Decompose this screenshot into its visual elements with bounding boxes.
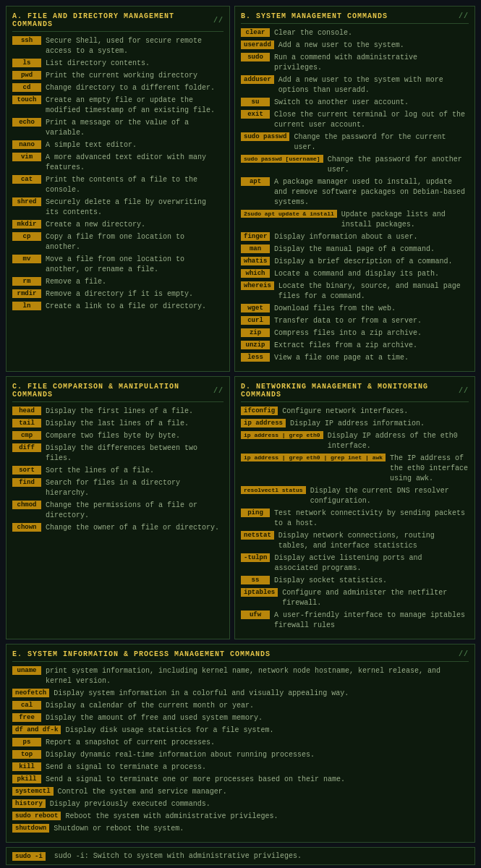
list-item: wgetDownload files from the web. xyxy=(241,304,469,314)
command-badge: useradd xyxy=(241,41,274,49)
command-badge: su xyxy=(241,98,270,106)
command-badge: tail xyxy=(12,419,41,427)
list-item: curlTransfer data to or from a server. xyxy=(241,316,469,326)
command-description: Create a new directory. xyxy=(46,220,145,230)
command-badge: neofetch xyxy=(12,689,49,697)
list-item: suSwitch to another user account. xyxy=(241,98,469,108)
panel-b-commands: clearClear the console.useraddAdd a new … xyxy=(241,28,469,363)
list-item: clearClear the console. xyxy=(241,28,469,38)
command-description: Display the last lines of a file. xyxy=(46,419,189,429)
command-badge: ps xyxy=(12,738,41,746)
command-description: Add a new user to the system. xyxy=(278,41,404,51)
command-badge: ip address xyxy=(241,419,286,427)
command-description: Send a signal to terminate a process. xyxy=(46,762,206,773)
command-badge: 2sudo apt update & install xyxy=(241,210,337,218)
panel-b: B. SYSTEM MANAGEMENT COMMANDS clearClear… xyxy=(234,6,475,372)
list-item: nanoA simple text editor. xyxy=(12,140,224,150)
command-description: Reboot the system with administrative pr… xyxy=(65,812,278,822)
command-badge: cd xyxy=(12,83,41,92)
command-badge: wget xyxy=(241,304,270,312)
list-item: diffDisplay the differences between two … xyxy=(12,443,224,464)
footer-cmd: sudo -i xyxy=(12,852,46,861)
command-badge: ss xyxy=(241,576,270,584)
command-description: A more advanced text editor with many fe… xyxy=(46,153,224,173)
list-item: cdChange directory to a different folder… xyxy=(12,83,224,93)
command-badge: kill xyxy=(12,762,41,771)
command-description: Secure Shell, used for secure remote acc… xyxy=(46,36,224,56)
command-description: Change directory to a different folder. xyxy=(46,83,215,93)
command-description: Securely delete a file by overwriting it… xyxy=(46,197,224,218)
command-description: Create a link to a file or directory. xyxy=(46,302,206,312)
command-badge: rmdir xyxy=(12,289,41,298)
command-description: Print the contents of a file to the cons… xyxy=(46,175,224,195)
list-item: mvMove a file from one location to anoth… xyxy=(12,255,224,275)
command-description: Control the system and service manager. xyxy=(58,787,227,797)
command-badge: adduser xyxy=(241,75,274,84)
main-container: A. FILE AND DIRECTORY MANAGEMENT COMMAND… xyxy=(0,0,481,868)
command-badge: ping xyxy=(241,509,270,517)
command-description: Search for files in a directory hierarch… xyxy=(46,478,224,498)
panel-b-title: B. SYSTEM MANAGEMENT COMMANDS xyxy=(241,12,388,20)
command-badge: which xyxy=(241,269,270,278)
panel-a: A. FILE AND DIRECTORY MANAGEMENT COMMAND… xyxy=(6,6,230,372)
command-description: Display IP address information. xyxy=(290,419,425,429)
list-item: unameprint system information, including… xyxy=(12,666,469,686)
command-description: Display the current DNS resolver configu… xyxy=(310,486,469,506)
list-item: fingerDisplay information about a user. xyxy=(241,232,469,242)
command-badge: cal xyxy=(12,701,41,710)
command-badge: cmp xyxy=(12,431,41,440)
command-description: Print a message or the value of a variab… xyxy=(46,118,224,138)
command-badge: cp xyxy=(12,232,41,241)
panel-e-title: E. SYSTEM INFORMATION & PROCESS MANAGEME… xyxy=(12,650,271,658)
list-item: touchCreate an empty file or update the … xyxy=(12,95,224,116)
middle-row: C. FILE COMPARISON & MANIPULATION COMMAN… xyxy=(6,376,475,639)
command-badge: rm xyxy=(12,277,41,286)
command-badge: resolvectl status xyxy=(241,486,306,494)
command-description: Display a brief description of a command… xyxy=(274,257,452,267)
command-description: Extract files from a zip archive. xyxy=(274,341,417,351)
command-description: Change the permissions of a file or dire… xyxy=(46,501,224,521)
footer-text: sudo -i: Switch to system with administr… xyxy=(54,852,302,860)
list-item: sshSecure Shell, used for secure remote … xyxy=(12,36,224,56)
command-badge: diff xyxy=(12,443,41,452)
list-item: resolvectl statusDisplay the current DNS… xyxy=(241,486,469,506)
panel-c-title: C. FILE COMPARISON & MANIPULATION COMMAN… xyxy=(12,383,210,399)
list-item: tailDisplay the last lines of a file. xyxy=(12,419,224,429)
command-description: Create an empty file or update the modif… xyxy=(46,95,224,116)
command-badge: ln xyxy=(12,302,41,310)
command-badge: ip address | grep eth0 | grep inet | awk xyxy=(241,454,386,461)
command-description: Shutdown or reboot the system. xyxy=(54,824,184,834)
panel-c-header: C. FILE COMPARISON & MANIPULATION COMMAN… xyxy=(12,383,224,402)
command-badge: sudo passwd xyxy=(241,132,289,141)
panel-e-commands: unameprint system information, including… xyxy=(12,666,469,834)
list-item: whereisLocate the binary, source, and ma… xyxy=(241,281,469,302)
command-badge: ssh xyxy=(12,36,41,45)
list-item: whatisDisplay a brief description of a c… xyxy=(241,257,469,267)
list-item: ip addressDisplay IP address information… xyxy=(241,419,469,429)
command-badge: mkdir xyxy=(12,220,41,229)
panel-e-header: E. SYSTEM INFORMATION & PROCESS MANAGEME… xyxy=(12,650,469,662)
list-item: 2sudo apt update & installUpdate package… xyxy=(241,210,469,230)
command-badge: history xyxy=(12,799,46,808)
top-row: A. FILE AND DIRECTORY MANAGEMENT COMMAND… xyxy=(6,6,475,372)
command-description: Display the differences between two file… xyxy=(46,443,224,464)
command-badge: mv xyxy=(12,255,41,263)
command-badge: finger xyxy=(241,232,270,241)
command-description: A simple text editor. xyxy=(46,140,137,150)
list-item: topDisplay dynamic real-time information… xyxy=(12,750,469,760)
command-description: Change the owner of a file or directory. xyxy=(46,523,219,533)
command-description: Print the current working directory xyxy=(46,71,197,81)
command-badge: apt xyxy=(241,177,270,186)
panel-b-header: B. SYSTEM MANAGEMENT COMMANDS xyxy=(241,12,469,24)
command-description: Display the first lines of a file. xyxy=(46,407,193,417)
command-description: View a file one page at a time. xyxy=(274,353,409,363)
command-description: List directory contents. xyxy=(46,59,150,69)
list-item: -tulpnDisplay active listening ports and… xyxy=(241,553,469,574)
command-badge: top xyxy=(12,750,41,759)
command-description: Display IP address of the eth0 interface… xyxy=(328,431,469,451)
panel-d-commands: ifconfigConfigure network interfaces.ip … xyxy=(241,407,469,631)
list-item: aptA package manager used to install, up… xyxy=(241,177,469,208)
command-description: Configure and administer the netfilter f… xyxy=(282,588,469,608)
list-item: sudo rebootReboot the system with admini… xyxy=(12,812,469,822)
command-description: A package manager used to install, updat… xyxy=(274,177,469,208)
